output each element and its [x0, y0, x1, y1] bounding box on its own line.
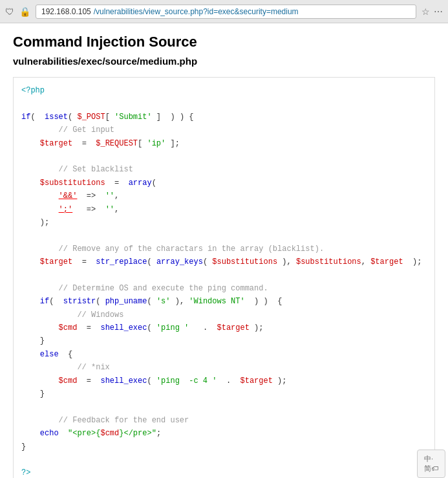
code-line: } — [21, 334, 427, 347]
code-line-underline-1: '&&' => '', — [21, 190, 427, 202]
url-base: 192.168.0.105 — [41, 7, 91, 16]
code-block: <?php if( isset( $_POST[ 'Submit' ] ) ) … — [13, 77, 435, 478]
code-line — [21, 150, 427, 163]
code-line — [21, 453, 427, 466]
browser-bar: 🛡 🔒 192.168.0.105 /vulnerabilities/view_… — [0, 0, 448, 23]
code-line: // Set blacklist — [21, 163, 427, 176]
code-line: $cmd = shell_exec( 'ping ' . $target ); — [21, 321, 427, 334]
code-line: $cmd = shell_exec( 'ping -c 4 ' . $targe… — [21, 375, 427, 387]
code-line: // Get input — [21, 124, 427, 136]
floating-widget[interactable]: 中·简🏷 — [417, 450, 445, 478]
code-line: // Feedback for the end user — [21, 414, 427, 427]
lock-icon: 🔒 — [19, 6, 30, 17]
url-path: /vulnerabilities/view_source.php?id=exec… — [94, 7, 299, 16]
code-line: // Remove any of the charactars in the a… — [21, 243, 427, 255]
code-line: $substitutions = array( — [21, 177, 427, 190]
code-line: else { — [21, 348, 427, 361]
shield-icon: 🛡 — [5, 6, 14, 17]
menu-icon[interactable]: ⋯ — [434, 6, 443, 17]
code-line: ); — [21, 216, 427, 229]
code-line: // Windows — [21, 309, 427, 321]
bookmark-icon[interactable]: ☆ — [421, 6, 430, 17]
address-bar[interactable]: 192.168.0.105 /vulnerabilities/view_sour… — [36, 5, 416, 19]
code-line: <?php — [21, 84, 427, 97]
code-line: // *nix — [21, 361, 427, 374]
code-line: } — [21, 387, 427, 400]
code-line — [21, 229, 427, 242]
code-line — [21, 400, 427, 413]
code-line: $target = $_REQUEST[ 'ip' ]; — [21, 137, 427, 150]
code-line: if( stristr( php_uname( 's' ), 'Windows … — [21, 295, 427, 308]
code-line: } — [21, 440, 427, 453]
page-content: Command Injection Source vulnerabilities… — [0, 23, 448, 478]
code-line — [21, 268, 427, 281]
code-line: if( isset( $_POST[ 'Submit' ] ) ) { — [21, 111, 427, 124]
code-line — [21, 97, 427, 110]
code-line: // Determine OS and execute the ping com… — [21, 282, 427, 295]
browser-actions: ☆ ⋯ — [421, 6, 443, 17]
code-line: echo "<pre>{$cmd}</pre>"; — [21, 427, 427, 440]
code-line: $target = str_replace( array_keys( $subs… — [21, 255, 427, 268]
code-line: ?> — [21, 466, 427, 478]
code-line-underline-2: ';' => '', — [21, 203, 427, 216]
page-title: Command Injection Source — [13, 34, 435, 50]
page-subtitle: vulnerabilities/exec/source/medium.php — [13, 56, 435, 67]
